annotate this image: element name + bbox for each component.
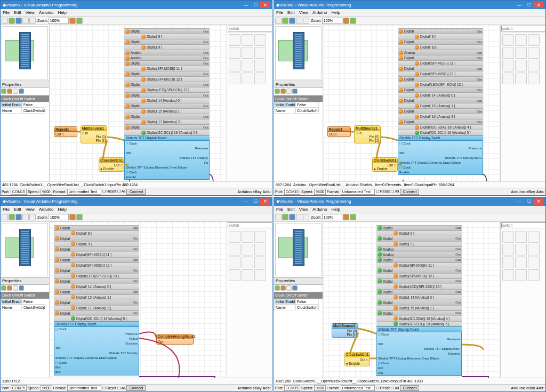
min-button[interactable]: — — [515, 2, 524, 8]
new-button[interactable] — [2, 18, 8, 24]
open-button[interactable] — [9, 18, 15, 24]
upload-button[interactable] — [69, 18, 76, 24]
palette-item[interactable] — [242, 60, 253, 71]
repeat-node[interactable]: Repeat1 Out ⎍ — [327, 126, 351, 137]
menu-file[interactable]: File — [3, 10, 10, 15]
shield-elements: Shields.TFT Display.Elements.Draw Ellips… — [125, 165, 209, 170]
prop-name-value[interactable]: ClockSwitch1 — [22, 108, 45, 114]
menu-help[interactable]: Help — [58, 10, 66, 15]
clockswitch-header: ClockSwitch1 — [99, 158, 124, 163]
shield-block[interactable]: Clock Pressure SPI Shields.TFT Display F… — [124, 140, 210, 180]
format-select[interactable]: Unformatted Text — [67, 189, 101, 195]
shield-failed: Failed — [129, 337, 138, 340]
mcu-block[interactable]: DigitalOut Digital[ 8 ] DigitalOut Digit… — [54, 225, 139, 375]
board-preview[interactable] — [2, 26, 48, 79]
prop-btn-1[interactable] — [1, 89, 6, 94]
multisource-node[interactable]: MultiSource1 Pin [0] Pin [1] — [332, 323, 358, 338]
shield-spi: SPI — [125, 150, 209, 155]
menu-edit[interactable]: Edit — [287, 10, 295, 15]
save-button[interactable] — [15, 18, 22, 24]
pin-digital: Digital — [131, 29, 202, 33]
zoom-select[interactable]: 100% — [49, 18, 69, 24]
property-component-header: Clock On/Off Switch — [1, 95, 49, 102]
multisource-in[interactable]: In — [85, 131, 88, 135]
repeat-out[interactable]: Out — [55, 132, 61, 136]
compile-button[interactable] — [76, 18, 83, 24]
multisource-pin0[interactable]: Pin [0] — [82, 135, 106, 139]
palette-item[interactable] — [254, 73, 266, 84]
menu-edit[interactable]: Edit — [14, 10, 21, 15]
window-2: ◆ Visuino - Visual Arduino Programming —… — [274, 0, 546, 196]
palette-item[interactable] — [229, 34, 240, 46]
titlebar[interactable]: ◆ Visuino - Visual Arduino Programming —… — [1, 1, 272, 9]
compare-node[interactable]: CompareAnalogValue1 Out — [156, 334, 194, 345]
palette-item[interactable] — [254, 47, 266, 59]
prop-btn-2[interactable] — [7, 89, 12, 94]
speed-select[interactable]: 9600 — [41, 189, 52, 195]
ebay-ad: Arduino eBay Ads: — [237, 190, 271, 194]
menu-help[interactable]: Help — [331, 10, 340, 15]
canvas[interactable]: DigitalOut Digital[ 8 ] DigitalOut Digit… — [50, 25, 227, 181]
path-text: ClockSwitch1.__OpenWireRootUnit__.ClockS… — [20, 183, 138, 187]
close-button[interactable]: ✕ — [260, 2, 270, 8]
mcu-block[interactable]: DigitalOut Digital[ 8 ] DigitalOut Digit… — [376, 225, 462, 376]
redo-button[interactable] — [29, 18, 36, 24]
all-check[interactable]: ☐ All — [117, 189, 125, 194]
multisource-node[interactable]: MultiSource1 ⎍ In Pin [0] Pin [1] — [81, 125, 107, 143]
shield-block[interactable]: Clock Pressure SPI Shields.TFT Display.M… — [398, 140, 483, 175]
mcu-block[interactable]: DigitalOut Digital[ 8 ] DigitalOut Digit… — [124, 28, 210, 180]
titlebar[interactable]: ◆ Visuino - Visual Arduino Programming —… — [274, 1, 545, 9]
connect-button[interactable]: Connect — [126, 189, 146, 195]
menu-view[interactable]: View — [26, 10, 35, 15]
properties-header: Properties — [1, 81, 49, 88]
max-button[interactable]: ☐ — [524, 2, 534, 8]
menu-arduino[interactable]: Arduino — [39, 10, 54, 15]
palette-item[interactable] — [242, 47, 253, 59]
max-button[interactable]: ☐ — [251, 2, 260, 8]
properties-grid: Initial Enabled False Name ClockSwitch1 — [1, 102, 49, 114]
canvas[interactable]: DigitalOut Digital[ 8 ] DigitalOut Digit… — [323, 222, 500, 378]
menu-view[interactable]: View — [299, 10, 308, 15]
port-select[interactable]: COM15 — [11, 189, 27, 195]
undo-button[interactable] — [22, 18, 29, 24]
multisource-pin1[interactable]: Pin [1] — [82, 139, 106, 142]
shield-pressure: Pressure — [195, 147, 208, 150]
palette-item[interactable] — [229, 60, 240, 71]
shield-clock-2[interactable]: Clock — [125, 170, 209, 174]
menu-arduino[interactable]: Arduino — [312, 10, 327, 15]
palette-item[interactable] — [242, 73, 253, 84]
toolbar: Zoom: 100% — [1, 17, 272, 25]
palette-item[interactable] — [254, 34, 266, 46]
repeat-node[interactable]: Repeat1 Out ⎍ — [54, 126, 77, 137]
palette-search[interactable] — [501, 26, 546, 31]
clockswitch-out[interactable]: Out — [114, 163, 119, 167]
prop-btn-4[interactable] — [19, 89, 24, 94]
min-button[interactable]: — — [241, 2, 251, 8]
canvas[interactable]: DigitalOut Digital[ 8 ] DigitalOut Digit… — [323, 25, 500, 181]
board-preview[interactable] — [275, 26, 322, 79]
coord-text: 481:1284 — [2, 183, 18, 187]
palette-item[interactable] — [254, 60, 266, 71]
close-button[interactable]: ✕ — [534, 2, 543, 8]
prop-initial-enabled-value[interactable]: False — [22, 102, 45, 108]
canvas[interactable]: DigitalOut Digital[ 8 ] DigitalOut Digit… — [50, 222, 227, 378]
reset-check[interactable]: ☐ Reset — [102, 189, 116, 194]
clockswitch-node[interactable]: ClockSwitch1 Out ⎍ ● Enable — [99, 157, 124, 172]
clockswitch-enable[interactable]: Enable — [103, 167, 114, 171]
mcu-block[interactable]: DigitalOut Digital[ 8 ] DigitalOut Digit… — [398, 28, 483, 175]
palette-search[interactable] — [228, 26, 272, 31]
clockswitch-node[interactable]: ClockSwitch1 Out ⎍ ● Enable — [372, 157, 398, 172]
palette-item[interactable] — [229, 73, 240, 84]
multisource-node[interactable]: MultiSource1 ⎍ In Pin [0] Pin [1] — [354, 125, 381, 143]
prop-btn-3[interactable] — [13, 89, 18, 94]
prop-initial-enabled-label: Initial Enabled — [1, 102, 22, 108]
shield-enable[interactable]: Enable — [125, 174, 209, 179]
shield-clock[interactable]: Clock — [125, 141, 209, 146]
menubar: File Edit View Arduino Help — [1, 9, 272, 17]
menu-file[interactable]: File — [276, 10, 283, 15]
palette-item[interactable] — [229, 47, 240, 59]
shield-tft: Shields.TFT Display — [179, 156, 208, 159]
port-label: Port: — [2, 190, 10, 194]
clockswitch-node[interactable]: ClockSwitch1 Out ⎍ ● Enable — [344, 352, 370, 366]
palette-item[interactable] — [242, 34, 253, 46]
